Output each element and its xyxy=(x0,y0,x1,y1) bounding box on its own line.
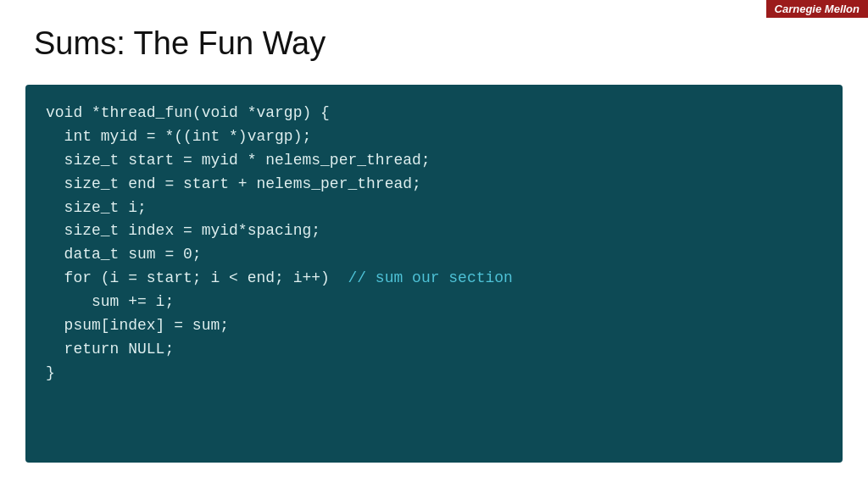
code-line-6: size_t index = myid*spacing; xyxy=(46,219,822,243)
code-line-2: int myid = *((int *)vargp); xyxy=(46,125,822,149)
code-line-10: psum[index] = sum; xyxy=(46,314,822,338)
code-line-7: data_t sum = 0; xyxy=(46,243,822,267)
code-block: void *thread_fun(void *vargp) { int myid… xyxy=(25,85,843,463)
code-line-12: } xyxy=(46,362,822,385)
code-line-1: void *thread_fun(void *vargp) { xyxy=(46,102,822,125)
code-line-3: size_t start = myid * nelems_per_thread; xyxy=(46,149,822,173)
code-line-9: sum += i; xyxy=(46,291,822,314)
code-line-11: return NULL; xyxy=(46,338,822,362)
page-title: Sums: The Fun Way xyxy=(34,25,326,62)
code-line-4: size_t end = start + nelems_per_thread; xyxy=(46,173,822,197)
code-line-5: size_t i; xyxy=(46,197,822,220)
code-line-8: for (i = start; i < end; i++) // sum our… xyxy=(46,267,822,291)
inline-comment: // sum our section xyxy=(348,269,512,286)
carnegie-mellon-brand: Carnegie Mellon xyxy=(766,0,868,18)
